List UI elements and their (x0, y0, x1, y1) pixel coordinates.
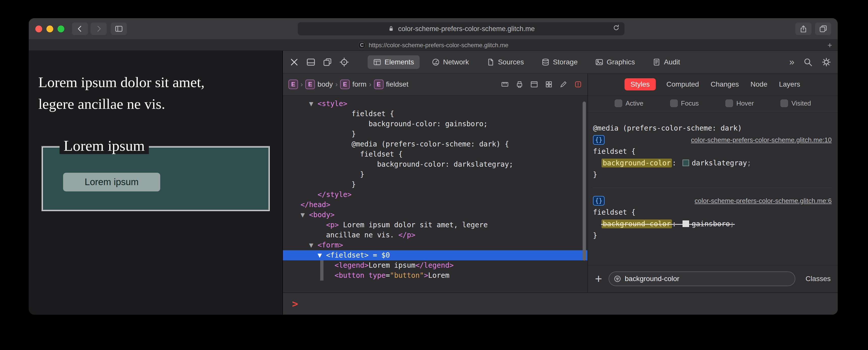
url-bar[interactable]: color-scheme-prefers-color-scheme.glitch… (298, 22, 624, 35)
sidebar-toggle-button[interactable] (111, 23, 127, 35)
dom-tree-node[interactable]: } (283, 179, 587, 189)
dom-tree-node[interactable]: </head> (283, 200, 587, 210)
elements-icon (373, 58, 381, 66)
rule-source-link[interactable]: color-scheme-prefers-color-scheme.glitch… (691, 134, 832, 146)
tab-node[interactable]: Node (749, 78, 768, 90)
dom-tree-node[interactable]: </style> (283, 189, 587, 200)
reload-icon (612, 24, 620, 32)
tab-styles[interactable]: Styles (624, 78, 656, 90)
dom-tree-node[interactable]: <button type="button">Lorem (283, 270, 587, 281)
edit-dom-icon[interactable] (560, 81, 567, 88)
undock-windows-icon[interactable] (323, 57, 332, 67)
toggle-focus[interactable]: Focus (670, 99, 699, 107)
tab-bar: C https://color-scheme-prefers-color-sch… (29, 40, 838, 51)
tab-label: Network (443, 58, 469, 66)
tab-changes[interactable]: Changes (710, 78, 740, 90)
rule-selector[interactable]: fieldset { (593, 207, 832, 218)
tab-overview-button[interactable] (815, 23, 831, 35)
dom-tree-node[interactable]: ▼ <body> (283, 210, 587, 220)
dom-tree-node[interactable]: fieldset { (283, 109, 587, 119)
breadcrumb: E › E body › E form (283, 74, 587, 95)
css-property-name[interactable]: background-color (601, 220, 672, 228)
tab-sources[interactable]: Sources (481, 55, 529, 69)
tab-computed[interactable]: Computed (665, 78, 700, 90)
new-tab-button[interactable]: + (827, 41, 832, 49)
frames-icon[interactable] (530, 81, 538, 88)
css-property-value[interactable]: gainsboro (692, 220, 730, 228)
classes-button[interactable]: Classes (805, 275, 831, 283)
css-property-name[interactable]: background-color (601, 158, 672, 168)
dom-tree-node[interactable]: fieldset { (283, 149, 587, 159)
dom-tree-node[interactable]: ▼ <style> (283, 99, 587, 109)
color-swatch[interactable] (683, 221, 689, 227)
breadcrumb-body[interactable]: E body (305, 80, 333, 89)
tab-layers[interactable]: Layers (778, 78, 801, 90)
rule-source-icon[interactable]: {} (593, 135, 604, 145)
breadcrumb-fieldset[interactable]: E fieldset (374, 80, 408, 89)
tab-elements[interactable]: Elements (368, 55, 420, 69)
styles-sidebar: Styles Computed Changes Node Layers Acti… (587, 74, 838, 292)
page-button[interactable]: Lorem ipsum (63, 173, 160, 192)
css-property-value[interactable]: darkslategray (692, 159, 747, 167)
lock-icon (388, 25, 395, 32)
breadcrumb-html[interactable]: E (288, 80, 298, 89)
color-swatch[interactable] (683, 159, 689, 166)
rule-header: {}color-scheme-prefers-color-scheme.glit… (593, 134, 832, 146)
dom-tree-node[interactable]: } (283, 170, 587, 179)
tab-label: Audit (664, 58, 680, 66)
grid-overlay-icon[interactable] (545, 81, 553, 88)
dock-bottom-icon[interactable] (306, 57, 316, 67)
element-badge: E (288, 80, 298, 89)
dom-tree-node[interactable]: ▼ <form> (283, 240, 587, 250)
issues-badge-icon[interactable] (574, 81, 582, 88)
dom-tree-node[interactable]: background-color: darkslategray; (283, 159, 587, 170)
dom-tree-node[interactable]: <p> Lorem ipsum dolor sit amet, legere (283, 220, 587, 230)
forward-button[interactable] (91, 23, 107, 35)
rule-source-icon[interactable]: {} (593, 196, 604, 206)
element-picker-icon[interactable] (339, 57, 349, 67)
style-filter[interactable] (609, 271, 795, 286)
close-inspector-icon[interactable] (289, 57, 299, 67)
page-fieldset: Lorem ipsum Lorem ipsum (41, 146, 270, 211)
tab-audit[interactable]: Audit (647, 55, 686, 69)
dom-tree-node[interactable]: @media (prefers-color-scheme: dark) { (283, 139, 587, 149)
dom-tree-selected-node[interactable]: ▼ <fieldset> = $0 (283, 250, 587, 260)
dom-tree-node[interactable]: background-color: gainsboro; (283, 119, 587, 129)
back-button[interactable] (72, 23, 88, 35)
print-styles-icon[interactable] (516, 81, 523, 88)
breadcrumb-form[interactable]: E form (340, 80, 366, 89)
layout-columns-icon[interactable] (501, 81, 509, 88)
tab-graphics[interactable]: Graphics (590, 55, 641, 69)
window-content: Lorem ipsum dolor sit amet, legere ancil… (29, 51, 838, 315)
toggle-visited[interactable]: Visited (780, 99, 811, 107)
style-filter-input[interactable] (625, 275, 790, 283)
css-declaration[interactable]: background-color: gainsboro; (593, 218, 832, 230)
dom-tree-node[interactable]: <legend>Lorem ipsum</legend> (283, 260, 587, 270)
close-window-button[interactable] (35, 26, 42, 32)
dom-scrollbar-thumb[interactable] (583, 101, 586, 261)
rule-source-link[interactable]: color-scheme-prefers-color-scheme.glitch… (695, 195, 832, 207)
tab-network[interactable]: Network (426, 55, 475, 69)
tab-label: Elements (384, 58, 414, 66)
minimize-window-button[interactable] (46, 26, 53, 32)
new-rule-button[interactable]: + (595, 273, 602, 285)
search-icon[interactable] (803, 58, 812, 67)
quick-console[interactable]: > (283, 292, 838, 315)
zoom-window-button[interactable] (58, 26, 64, 32)
checkbox-icon (615, 99, 622, 107)
dom-tree-node[interactable]: ancillae ne vis. </p> (283, 230, 587, 240)
share-button[interactable] (795, 23, 811, 35)
toggle-active[interactable]: Active (615, 99, 644, 107)
tab-storage[interactable]: Storage (536, 55, 583, 69)
more-tabs-button[interactable]: » (789, 58, 794, 67)
dom-tree-node[interactable]: } (283, 129, 587, 139)
toggle-hover[interactable]: Hover (725, 99, 754, 107)
tab-favicon: C (358, 41, 366, 49)
desktop: color-scheme-prefers-color-scheme.glitch… (0, 0, 868, 350)
reload-button[interactable] (612, 24, 620, 32)
rule-selector[interactable]: fieldset { (593, 146, 832, 157)
css-declaration[interactable]: background-color: darkslategray; (593, 157, 832, 169)
active-tab[interactable]: https://color-scheme-prefers-color-schem… (369, 42, 508, 49)
gear-icon[interactable] (822, 57, 831, 67)
filter-icon (614, 275, 621, 283)
